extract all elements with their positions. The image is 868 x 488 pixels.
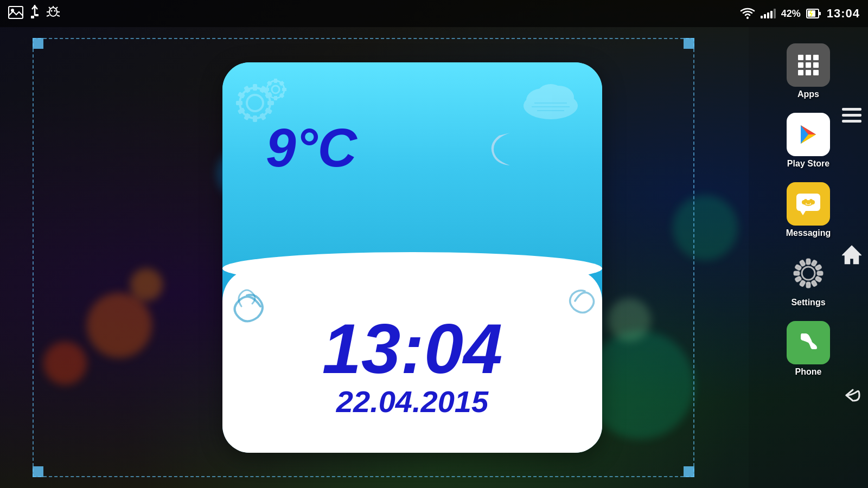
svg-point-5	[49, 8, 57, 16]
phone-icon	[787, 321, 830, 364]
svg-rect-3	[31, 16, 34, 18]
svg-rect-70	[818, 272, 822, 275]
main-area: 9°C	[0, 27, 868, 488]
weather-clock-widget[interactable]: 9°C	[222, 62, 602, 453]
svg-rect-77	[795, 265, 801, 270]
svg-rect-81	[842, 120, 861, 123]
phone-label: Phone	[795, 367, 822, 377]
widget-cloud-decoration	[515, 73, 586, 130]
svg-rect-79	[842, 108, 861, 111]
svg-point-20	[247, 95, 263, 111]
svg-rect-67	[807, 259, 810, 264]
svg-point-14	[54, 10, 56, 11]
svg-rect-78	[800, 260, 805, 266]
svg-rect-69	[815, 265, 821, 270]
apps-icon	[787, 43, 830, 87]
corner-bl	[33, 466, 43, 477]
svg-rect-55	[813, 62, 819, 68]
svg-point-66	[802, 267, 815, 280]
apps-label: Apps	[797, 89, 819, 99]
svg-rect-58	[813, 70, 819, 75]
svg-rect-30	[236, 101, 242, 105]
svg-point-13	[51, 10, 53, 11]
status-bar-right: 42% 13:04	[740, 7, 860, 21]
corner-tl	[33, 38, 43, 49]
widget-top: 9°C	[222, 62, 602, 268]
svg-line-11	[47, 15, 49, 16]
svg-rect-0	[9, 7, 23, 18]
svg-rect-57	[806, 70, 811, 75]
swirl-right-decoration	[559, 279, 597, 330]
svg-rect-37	[282, 88, 286, 91]
svg-rect-80	[842, 114, 861, 117]
corner-tr	[684, 38, 694, 49]
svg-rect-50	[798, 55, 803, 60]
settings-icon	[787, 252, 830, 295]
battery-percentage: 42%	[781, 8, 801, 20]
svg-line-12	[57, 15, 60, 16]
svg-marker-82	[843, 246, 860, 264]
svg-line-9	[49, 7, 50, 9]
widget-bottom: 13:04 22.04.2015	[222, 268, 602, 453]
temperature-display: 9°C	[266, 117, 357, 179]
status-bar: 42% 13:04	[0, 0, 868, 27]
wifi-icon	[740, 8, 755, 20]
home-button[interactable]	[842, 245, 861, 268]
signal-strength-icon	[761, 9, 776, 18]
svg-point-65	[809, 199, 813, 202]
clock-date-display: 22.04.2015	[336, 384, 488, 419]
clock-time-display: 13:04	[322, 313, 503, 384]
svg-rect-41	[265, 88, 269, 91]
svg-rect-21	[253, 84, 257, 91]
svg-rect-53	[798, 62, 803, 68]
svg-rect-56	[798, 70, 803, 75]
svg-rect-54	[806, 62, 811, 68]
corner-br	[684, 466, 694, 477]
svg-rect-18	[819, 12, 821, 15]
messaging-label: Messaging	[786, 228, 831, 238]
playstore-label: Play Store	[787, 159, 829, 169]
svg-rect-52	[813, 55, 819, 60]
status-time: 13:04	[827, 7, 860, 21]
svg-point-19	[240, 88, 270, 118]
debug-icon	[46, 5, 60, 22]
battery-icon	[806, 8, 821, 20]
messaging-icon	[787, 182, 830, 226]
svg-rect-75	[795, 277, 801, 282]
svg-point-64	[804, 199, 807, 202]
svg-rect-73	[807, 282, 810, 287]
svg-rect-68	[812, 260, 817, 266]
svg-rect-4	[35, 14, 39, 16]
back-button[interactable]	[842, 387, 861, 407]
svg-point-15	[746, 17, 749, 19]
playstore-icon	[787, 113, 830, 156]
svg-point-34	[272, 86, 279, 93]
svg-rect-39	[274, 96, 277, 100]
swirl-left-decoration	[228, 279, 277, 344]
widget-area: 9°C	[0, 27, 749, 488]
svg-rect-72	[812, 280, 817, 286]
svg-rect-35	[274, 79, 277, 83]
usb-icon	[30, 5, 40, 23]
status-bar-left	[8, 5, 60, 23]
moon-icon	[483, 127, 521, 181]
svg-rect-24	[267, 101, 274, 105]
svg-line-10	[56, 7, 58, 9]
image-icon	[8, 6, 23, 22]
svg-rect-76	[794, 272, 799, 275]
svg-rect-74	[800, 280, 805, 286]
svg-rect-51	[806, 55, 811, 60]
svg-rect-71	[815, 277, 821, 282]
svg-marker-60	[800, 211, 806, 215]
svg-rect-27	[253, 115, 257, 122]
menu-button[interactable]	[842, 108, 861, 127]
settings-label: Settings	[791, 298, 825, 307]
nav-buttons	[835, 27, 868, 488]
